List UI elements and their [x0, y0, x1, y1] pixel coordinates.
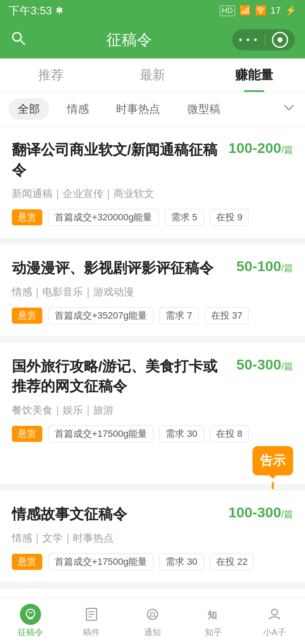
nav-item-notify[interactable]: ··· 通知 [122, 604, 183, 638]
wifi-icon: 🛜 [255, 5, 266, 16]
filter-news[interactable]: 时事热点 [107, 98, 169, 120]
signal-icon: 📶 [239, 5, 251, 16]
nav-label-notify: 通知 [144, 627, 161, 638]
svg-line-1 [20, 40, 25, 44]
filter-all[interactable]: 全部 [8, 98, 49, 120]
card-1-first-deal: 首篇成交+320000g能量 [48, 209, 159, 226]
nav-item-draft[interactable]: 征稿令 [0, 604, 61, 638]
card-1-tags: 新闻通稿｜企业宣传｜商业软文 [12, 187, 293, 200]
content-area: 翻译公司商业软文/新闻通稿征稿令 100-200/篇 新闻通稿｜企业宣传｜商业软… [0, 126, 305, 644]
nav-label-draft: 征稿令 [18, 627, 43, 638]
header-actions: • • • [232, 29, 295, 50]
nav-item-zhihu[interactable]: 知 知乎 [183, 604, 244, 638]
svg-text:知: 知 [207, 610, 217, 620]
card-1-price: 100-200/篇 [228, 140, 293, 156]
tabs-bar: 推荐 最新 赚能量 [0, 58, 305, 92]
tab-latest[interactable]: 最新 [102, 58, 203, 92]
card-1-badges: 悬赏 首篇成交+320000g能量 需求 5 在投 9 [12, 209, 293, 226]
bottom-nav: 征稿令 稿件 ··· 通知 知 [0, 597, 305, 644]
floating-tip[interactable]: 告示 [252, 446, 293, 475]
status-bar: 下午3:53 ✱ HD 📶 🛜 17 ⚡ [0, 0, 305, 21]
more-dots[interactable]: • • • [239, 34, 258, 45]
divider [265, 34, 265, 46]
card-4-title: 情感故事文征稿令 [12, 504, 220, 525]
card-3-tags: 餐饮美食｜娱乐｜旅游 [12, 403, 293, 417]
article-icon [81, 604, 102, 625]
scan-button[interactable] [272, 32, 288, 48]
card-2-reward-badge: 悬赏 [12, 308, 42, 324]
user-icon [264, 604, 285, 625]
filter-bar: 全部 情感 时事热点 微型稿 [0, 92, 305, 126]
page-title: 征稿令 [26, 30, 232, 50]
svg-point-2 [26, 609, 35, 618]
card-2-badges: 悬赏 首篇成交+35207g能量 需求 7 在投 37 [12, 307, 293, 324]
floating-tip-text: 告示 [260, 453, 286, 467]
card-3[interactable]: 国外旅行攻略/游记、美食打卡或推荐的网文征稿令 50-300/篇 餐饮美食｜娱乐… [0, 343, 305, 484]
card-3-reward-badge: 悬赏 [12, 426, 42, 442]
card-2-price: 50-100/篇 [236, 258, 293, 275]
card-4-in-submit: 在投 22 [210, 553, 254, 570]
nav-item-user[interactable]: 小A子 [244, 604, 305, 638]
target-inner [277, 37, 283, 42]
card-4-demand: 需求 30 [159, 553, 204, 570]
battery-level: 17 [271, 5, 281, 16]
card-1-title: 翻译公司商业软文/新闻通稿征稿令 [12, 140, 220, 180]
card-2-demand: 需求 7 [159, 307, 198, 324]
bluetooth-icon: ✱ [55, 5, 63, 16]
search-icon[interactable] [10, 30, 26, 50]
card-2-first-deal: 首篇成交+35207g能量 [48, 307, 153, 324]
card-4-first-deal: 首篇成交+17500g能量 [48, 553, 153, 570]
card-4[interactable]: 情感故事文征稿令 100-300/篇 情感｜文学｜时事热点 悬赏 首篇成交+17… [0, 491, 305, 582]
card-3-top: 国外旅行攻略/游记、美食打卡或推荐的网文征稿令 50-300/篇 [12, 356, 293, 397]
card-1[interactable]: 翻译公司商业软文/新闻通稿征稿令 100-200/篇 新闻通稿｜企业宣传｜商业软… [0, 126, 305, 238]
card-3-demand: 需求 30 [159, 425, 204, 442]
hd-badge: HD [220, 6, 235, 16]
header: 征稿令 • • • [0, 21, 305, 58]
tab-earn-energy[interactable]: 赚能量 [203, 58, 305, 92]
header-pill: • • • [232, 29, 295, 50]
nav-label-article: 稿件 [83, 627, 100, 638]
filter-micro[interactable]: 微型稿 [178, 98, 230, 120]
svg-point-15 [272, 609, 277, 615]
card-1-reward-badge: 悬赏 [12, 209, 42, 225]
card-3-price: 50-300/篇 [236, 356, 293, 373]
filter-emotion[interactable]: 情感 [58, 98, 98, 120]
card-4-top: 情感故事文征稿令 100-300/篇 [12, 504, 293, 525]
nav-item-article[interactable]: 稿件 [61, 604, 122, 638]
card-2-tags: 情感｜电影音乐｜游戏动漫 [12, 285, 293, 299]
card-4-price: 100-300/篇 [228, 504, 293, 521]
card-4-badges: 悬赏 首篇成交+17500g能量 需求 30 在投 22 [12, 553, 293, 570]
card-3-badges: 悬赏 首篇成交+17500g能量 需求 30 在投 8 [12, 425, 293, 472]
tip-arrow [269, 475, 276, 482]
card-3-in-submit: 在投 8 [210, 425, 249, 442]
tab-recommend[interactable]: 推荐 [0, 58, 102, 92]
time-display: 下午3:53 [8, 3, 52, 18]
card-1-in-submit: 在投 9 [210, 209, 249, 226]
card-2-title: 动漫漫评、影视剧评影评征稿令 [12, 258, 228, 278]
status-left: 下午3:53 ✱ [8, 3, 63, 18]
card-2[interactable]: 动漫漫评、影视剧评影评征稿令 50-100/篇 情感｜电影音乐｜游戏动漫 悬赏 … [0, 244, 305, 336]
status-right: HD 📶 🛜 17 ⚡ [220, 5, 297, 16]
tip-pin [272, 482, 274, 489]
card-1-demand: 需求 5 [165, 209, 204, 226]
zhihu-icon: 知 [203, 604, 224, 625]
battery-icon: ⚡ [285, 5, 297, 16]
expand-filter-button[interactable] [281, 100, 297, 118]
card-4-reward-badge: 悬赏 [12, 554, 42, 570]
card-2-in-submit: 在投 37 [205, 307, 249, 324]
draft-icon [20, 604, 41, 625]
nav-label-zhihu: 知乎 [205, 627, 222, 638]
card-4-tags: 情感｜文学｜时事热点 [12, 531, 293, 545]
card-3-title: 国外旅行攻略/游记、美食打卡或推荐的网文征稿令 [12, 356, 228, 397]
svg-text:···: ··· [150, 612, 153, 617]
card-1-top: 翻译公司商业软文/新闻通稿征稿令 100-200/篇 [12, 140, 293, 180]
nav-label-user: 小A子 [263, 627, 286, 638]
card-3-first-deal: 首篇成交+17500g能量 [48, 425, 153, 442]
card-2-top: 动漫漫评、影视剧评影评征稿令 50-100/篇 [12, 258, 293, 278]
notify-icon: ··· [142, 604, 163, 625]
